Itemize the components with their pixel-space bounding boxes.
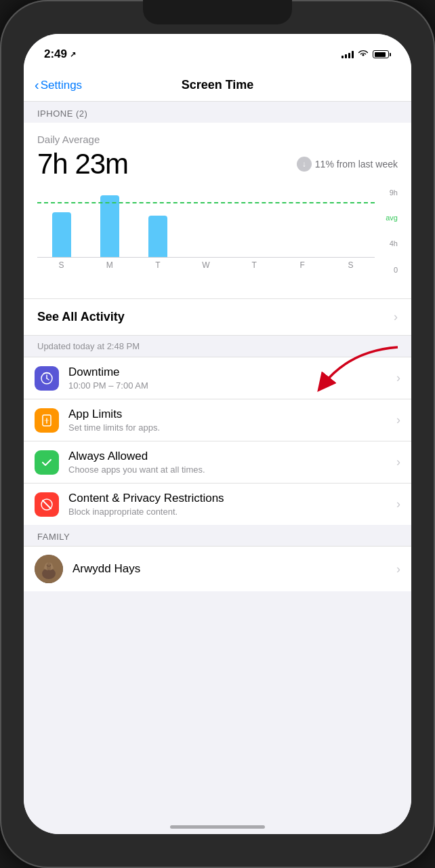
x-label-s2: S	[327, 260, 375, 270]
content-privacy-text: Content & Privacy Restrictions Block ina…	[68, 492, 391, 517]
status-bar: 2:49 ↗	[24, 34, 411, 69]
always-allowed-chevron-icon: ›	[396, 455, 400, 469]
always-allowed-icon	[35, 450, 59, 475]
back-chevron-icon: ‹	[35, 77, 39, 93]
see-all-activity-row[interactable]: See All Activity ›	[24, 299, 411, 336]
content-privacy-chevron-icon: ›	[396, 497, 400, 511]
content-privacy-title: Content & Privacy Restrictions	[68, 492, 391, 505]
y-label-9h: 9h	[390, 189, 398, 197]
bar-friday	[278, 189, 327, 257]
signal-bars	[341, 50, 354, 58]
y-label-avg: avg	[386, 214, 398, 222]
status-icons	[341, 49, 391, 60]
x-label-t2: T	[230, 260, 278, 270]
navigation-bar: ‹ Settings Screen Time	[24, 69, 411, 102]
content-privacy-subtitle: Block inappropriate content.	[68, 507, 391, 517]
menu-item-always-allowed[interactable]: Always Allowed Choose apps you want at a…	[24, 441, 411, 484]
x-label-s1: S	[37, 260, 85, 270]
menu-list: Downtime 10:00 PM – 7:00 AM ›	[24, 357, 411, 525]
y-label-0: 0	[394, 266, 398, 274]
svg-point-9	[42, 568, 56, 579]
phone-frame: 2:49 ↗	[0, 0, 435, 868]
family-member-avatar	[35, 555, 63, 583]
avg-line	[37, 202, 375, 203]
family-member-name: Arwydd Hays	[72, 562, 396, 576]
avatar-image	[35, 555, 63, 583]
back-label: Settings	[41, 79, 82, 92]
bar-wednesday	[182, 189, 230, 257]
downtime-text: Downtime 10:00 PM – 7:00 AM	[68, 366, 391, 391]
down-arrow-icon: ↓	[297, 157, 312, 172]
always-allowed-text: Always Allowed Choose apps you want at a…	[68, 450, 391, 475]
time-display: 2:49	[44, 47, 67, 61]
stats-card: Daily Average 7h 23m ↓ 11% from last wee…	[24, 123, 411, 299]
wifi-icon	[358, 49, 369, 60]
usage-chart: 9h avg 4h 0 S M T W T F S	[37, 189, 398, 290]
y-label-4h: 4h	[390, 239, 398, 248]
bar-thursday	[230, 189, 278, 257]
downtime-subtitle: 10:00 PM – 7:00 AM	[68, 380, 391, 391]
screen: 2:49 ↗	[24, 34, 411, 834]
family-section: FAMILY	[24, 525, 411, 591]
bar-value	[148, 216, 167, 257]
family-member-chevron-icon: ›	[396, 562, 400, 576]
bar-monday	[85, 189, 133, 257]
chart-bars	[37, 189, 375, 258]
bar-value	[100, 195, 119, 257]
chart-x-labels: S M T W T F S	[37, 260, 375, 270]
iphone-label: IPHONE (2)	[37, 108, 87, 119]
status-time: 2:49 ↗	[44, 47, 76, 61]
x-label-w: W	[182, 260, 230, 270]
main-content: IPHONE (2) Daily Average 7h 23m ↓ 11% fr…	[24, 102, 411, 834]
battery-icon	[373, 50, 391, 58]
app-limits-icon	[35, 408, 59, 433]
downtime-chevron-icon: ›	[396, 371, 400, 385]
see-all-chevron-icon: ›	[394, 310, 398, 324]
bar-tuesday	[133, 189, 182, 257]
change-indicator: ↓ 11% from last week	[297, 157, 398, 172]
app-limits-text: App Limits Set time limits for apps.	[68, 408, 391, 433]
change-percent: 11% from last week	[315, 159, 398, 170]
daily-average-label: Daily Average	[37, 134, 398, 145]
x-label-t1: T	[133, 260, 182, 270]
svg-line-7	[43, 500, 51, 509]
updated-label: Updated today at 2:48 PM	[24, 336, 411, 357]
app-limits-chevron-icon: ›	[396, 413, 400, 427]
app-limits-subtitle: Set time limits for apps.	[68, 422, 391, 433]
menu-item-downtime[interactable]: Downtime 10:00 PM – 7:00 AM ›	[24, 357, 411, 399]
app-limits-title: App Limits	[68, 408, 391, 421]
family-label: FAMILY	[37, 532, 70, 542]
x-label-f: F	[278, 260, 327, 270]
downtime-icon	[35, 366, 59, 391]
home-indicator[interactable]	[170, 825, 265, 829]
bar-sunday	[37, 189, 85, 257]
page-title: Screen Time	[182, 78, 254, 92]
downtime-title: Downtime	[68, 366, 391, 379]
menu-item-content-privacy[interactable]: Content & Privacy Restrictions Block ina…	[24, 484, 411, 525]
svg-line-2	[47, 378, 49, 380]
always-allowed-title: Always Allowed	[68, 450, 391, 463]
content-privacy-icon	[35, 492, 59, 517]
menu-item-app-limits[interactable]: App Limits Set time limits for apps. ›	[24, 399, 411, 441]
iphone-section-header: IPHONE (2)	[24, 102, 411, 123]
bar-saturday	[327, 189, 375, 257]
x-label-m: M	[85, 260, 133, 270]
location-icon: ↗	[70, 50, 76, 59]
daily-time-row: 7h 23m ↓ 11% from last week	[37, 148, 398, 180]
family-member-row[interactable]: Arwydd Hays ›	[24, 546, 411, 591]
always-allowed-subtitle: Choose apps you want at all times.	[68, 465, 391, 475]
daily-time-value: 7h 23m	[37, 148, 128, 180]
family-section-header: FAMILY	[24, 525, 411, 546]
bar-value	[52, 212, 71, 257]
see-all-label: See All Activity	[37, 310, 125, 324]
back-button[interactable]: ‹ Settings	[35, 78, 82, 93]
